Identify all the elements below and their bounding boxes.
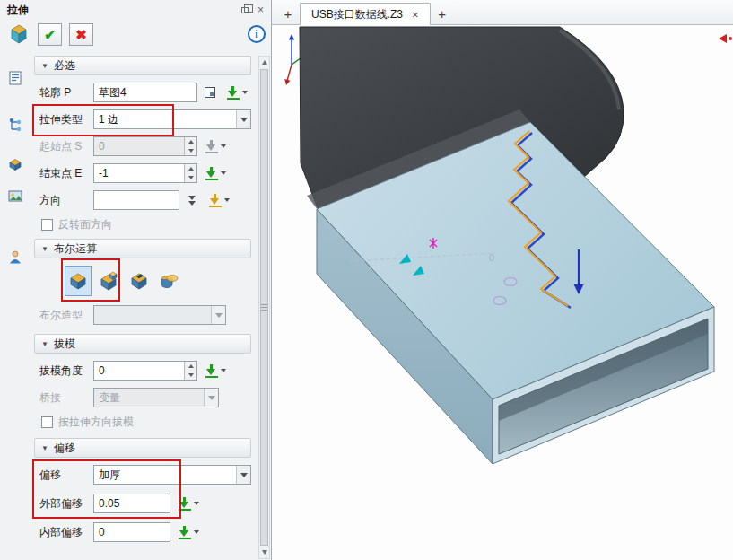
boolean-buttons-row <box>34 264 251 298</box>
direction-row: 方向 <box>34 188 251 212</box>
dropdown-caret-button[interactable] <box>236 466 250 484</box>
end-point-row: 结束点 E <box>34 162 251 185</box>
draft-along-checkbox[interactable] <box>41 416 53 428</box>
direction-input[interactable] <box>93 190 179 210</box>
model-canvas: Y <box>272 25 733 560</box>
spinner[interactable] <box>184 362 196 380</box>
end-point-input[interactable] <box>93 163 197 183</box>
green-arrow-icon <box>227 86 240 100</box>
collapse-caret-icon: ▼ <box>41 444 48 452</box>
close-window-icon[interactable]: × <box>257 4 264 15</box>
scrollbar-thumb[interactable] <box>260 69 268 546</box>
start-quickpick-button <box>201 137 230 155</box>
inner-offset-row: 内部偏移 <box>34 521 251 544</box>
profile-picker-icon[interactable] <box>201 83 219 101</box>
new-tab-icon[interactable]: + <box>279 3 297 24</box>
boolean-shape-label: 布尔造型 <box>34 308 90 323</box>
add-tab-icon[interactable]: + <box>433 3 451 24</box>
offset-mode-dropdown[interactable]: 加厚 <box>93 465 251 485</box>
outer-offset-label: 外部偏移 <box>34 496 90 512</box>
boolean-intersect-button[interactable] <box>156 266 183 296</box>
collapse-panel-arrow-icon[interactable] <box>719 32 733 45</box>
inner-offset-input[interactable] <box>93 522 170 542</box>
scroll-up-icon[interactable] <box>259 57 269 68</box>
profile-row: 轮廓 P <box>34 81 251 104</box>
green-arrow-icon <box>205 167 218 180</box>
confirm-button[interactable]: ✔ <box>38 23 62 46</box>
panel-window-buttons: × <box>241 4 264 15</box>
boolean-shape-dropdown <box>93 305 226 325</box>
direction-label: 方向 <box>34 193 90 208</box>
bridge-label: 桥接 <box>34 390 90 406</box>
collapse-caret-icon: ▼ <box>41 340 48 348</box>
assembly-tree-icon[interactable] <box>5 115 25 135</box>
boolean-base-button[interactable] <box>65 266 92 296</box>
main-area: + USB接口数据线.Z3 × + <box>271 0 733 560</box>
direction-quickpick-button[interactable] <box>205 191 233 209</box>
inner-offset-label: 内部偏移 <box>34 525 90 540</box>
extrude-type-label: 拉伸类型 <box>34 112 90 127</box>
end-point-label: 结束点 E <box>34 166 90 181</box>
document-tabbar: + USB接口数据线.Z3 × + <box>272 0 733 25</box>
info-button[interactable]: i <box>248 25 266 43</box>
bridge-row: 桥接 变量 <box>34 386 251 409</box>
extrude-dialog-panel: 拉伸 × ✔ ✖ i <box>0 0 271 560</box>
role-manager-icon[interactable] <box>5 248 25 267</box>
start-point-row: 起始点 S <box>34 135 251 158</box>
profile-input[interactable] <box>93 83 197 102</box>
thumb-grip-icon <box>261 304 267 311</box>
dialog-toolbar: ✔ ✖ i <box>0 20 271 48</box>
sketch-dim-text: 0 <box>489 252 494 263</box>
restore-window-icon[interactable] <box>241 7 249 13</box>
draft-angle-input[interactable] <box>93 361 197 381</box>
extrude-form: ▼ 必选 轮廓 P 拉伸类型 1 边 起始点 S <box>34 56 251 547</box>
outer-offset-input[interactable] <box>93 494 170 513</box>
collapse-caret-icon: ▼ <box>41 62 48 70</box>
app-window: 拉伸 × ✔ ✖ i <box>0 0 733 560</box>
extrude-feature-icon <box>7 22 31 46</box>
section-draft[interactable]: ▼ 拔模 <box>34 334 251 354</box>
start-point-label: 起始点 S <box>34 139 90 154</box>
history-manager-icon[interactable] <box>5 68 25 88</box>
extrude-type-dropdown[interactable]: 1 边 <box>93 109 251 129</box>
draft-along-row: 按拉伸方向拔模 <box>34 413 251 431</box>
solid-shape-manager-icon[interactable] <box>5 154 25 174</box>
panel-title: 拉伸 <box>7 3 29 18</box>
profile-quickpick-button[interactable] <box>223 83 251 101</box>
boolean-shape-row: 布尔造型 <box>34 303 251 327</box>
green-arrow-icon <box>179 526 191 539</box>
section-boolean[interactable]: ▼ 布尔运算 <box>34 239 251 258</box>
caret-down-icon <box>242 91 248 94</box>
boolean-subtract-button[interactable] <box>126 266 153 296</box>
end-quickpick-button[interactable] <box>201 164 230 182</box>
start-point-input <box>93 136 197 156</box>
green-arrow-icon-disabled <box>205 140 218 153</box>
collapse-caret-icon: ▼ <box>41 245 48 253</box>
tab-usb-document[interactable]: USB接口数据线.Z3 × <box>300 3 431 25</box>
scroll-down-icon[interactable] <box>259 547 269 558</box>
extrude-type-row: 拉伸类型 1 边 <box>34 108 251 131</box>
green-arrow-icon <box>205 364 218 378</box>
tab-close-icon[interactable]: × <box>412 9 419 21</box>
offset-mode-row: 偏移 加厚 <box>34 463 251 486</box>
direction-chevrons-icon[interactable] <box>183 191 201 209</box>
3d-viewport[interactable]: Y <box>272 25 733 560</box>
flip-face-checkbox[interactable] <box>41 219 53 231</box>
manager-strip <box>0 54 31 560</box>
spinner[interactable] <box>184 164 196 182</box>
section-required[interactable]: ▼ 必选 <box>34 56 251 75</box>
draft-quickpick-button[interactable] <box>201 362 230 380</box>
offset-mode-label: 偏移 <box>34 468 90 483</box>
yellow-arrow-icon <box>209 194 222 207</box>
boolean-add-button[interactable] <box>95 266 122 296</box>
cancel-button[interactable]: ✖ <box>69 23 93 46</box>
dropdown-caret-button[interactable] <box>236 110 250 128</box>
section-offset[interactable]: ▼ 偏移 <box>34 438 251 458</box>
inner-offset-quickpick-button[interactable] <box>174 523 203 541</box>
green-arrow-icon <box>179 497 191 511</box>
outer-offset-quickpick-button[interactable] <box>174 494 203 512</box>
profile-label: 轮廓 P <box>34 85 90 101</box>
visual-manager-icon[interactable] <box>5 187 25 206</box>
panel-scrollbar[interactable] <box>258 56 270 559</box>
flip-face-row: 反转面方向 <box>34 215 251 233</box>
